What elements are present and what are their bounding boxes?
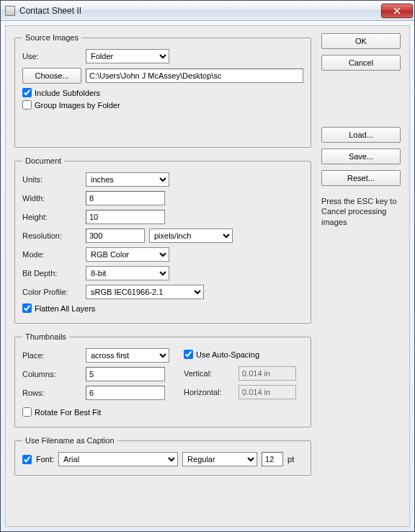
group-by-folder-checkbox[interactable] — [22, 100, 32, 110]
rows-field[interactable] — [86, 386, 165, 400]
units-select[interactable]: inches — [86, 172, 169, 187]
app-icon — [5, 6, 15, 16]
include-subfolders-label: Include Subfolders — [35, 89, 100, 97]
height-field[interactable] — [86, 210, 165, 224]
right-column: OK Cancel Load... Save... Reset... Press… — [321, 33, 401, 518]
units-label: Units: — [22, 175, 81, 184]
save-button[interactable]: Save... — [321, 148, 401, 164]
horizontal-field — [238, 385, 296, 399]
colorprofile-select[interactable]: sRGB IEC61966-2.1 — [86, 285, 204, 299]
rows-label: Rows: — [22, 389, 81, 397]
dialog-window: Contact Sheet II Source Images Use: Fold… — [0, 0, 415, 532]
font-select[interactable]: Arial — [58, 452, 178, 466]
reset-button[interactable]: Reset... — [321, 170, 401, 186]
caption-group: Use Filename as Caption Font: Arial Regu… — [14, 436, 311, 476]
document-legend: Document — [22, 156, 64, 165]
bitdepth-label: Bit Depth: — [22, 269, 81, 278]
columns-label: Columns: — [22, 370, 81, 378]
vertical-field — [238, 366, 296, 381]
include-subfolders-checkbox[interactable] — [22, 88, 32, 97]
auto-spacing-checkbox[interactable] — [184, 350, 193, 359]
height-label: Height: — [22, 213, 81, 221]
horizontal-label: Horizontal: — [184, 388, 234, 396]
ok-button[interactable]: OK — [321, 33, 401, 49]
titlebar: Contact Sheet II — [1, 1, 414, 21]
caption-legend: Use Filename as Caption — [22, 436, 117, 445]
window-title: Contact Sheet II — [19, 6, 81, 16]
document-group: Document Units: inches Width: Height: Re… — [14, 156, 311, 324]
resolution-field[interactable] — [86, 229, 145, 243]
source-images-group: Source Images Use: Folder Choose... Incl… — [14, 33, 311, 148]
cancel-button[interactable]: Cancel — [321, 55, 401, 71]
load-button[interactable]: Load... — [321, 127, 401, 143]
colorprofile-label: Color Profile: — [22, 288, 81, 296]
bitdepth-select[interactable]: 8-bit — [86, 266, 169, 280]
caption-enable-checkbox[interactable] — [22, 455, 32, 464]
group-by-folder-label: Group Images by Folder — [35, 101, 120, 110]
font-size-field[interactable] — [262, 452, 283, 466]
path-field[interactable] — [86, 68, 303, 83]
close-button[interactable] — [381, 4, 413, 18]
esc-hint: Press the ESC key to Cancel processing i… — [321, 196, 401, 227]
mode-label: Mode: — [22, 250, 81, 259]
close-icon — [393, 7, 401, 14]
font-label: Font: — [36, 455, 54, 464]
flatten-label: Flatten All Layers — [35, 304, 95, 313]
mode-select[interactable]: RGB Color — [86, 247, 169, 262]
source-legend: Source Images — [22, 33, 81, 42]
choose-button[interactable]: Choose... — [22, 68, 81, 84]
font-size-unit: pt — [287, 455, 294, 464]
place-label: Place: — [22, 351, 81, 360]
use-label: Use: — [22, 52, 81, 61]
auto-spacing-label: Use Auto-Spacing — [196, 350, 259, 359]
rotate-checkbox[interactable] — [22, 407, 32, 417]
thumbnails-group: Thumbnails Place: across first Columns: … — [14, 332, 311, 427]
place-select[interactable]: across first — [86, 348, 169, 363]
thumbnails-legend: Thumbnails — [22, 332, 69, 341]
columns-field[interactable] — [86, 367, 165, 381]
font-style-select[interactable]: Regular — [182, 452, 257, 466]
width-label: Width: — [22, 194, 81, 203]
client-area: Source Images Use: Folder Choose... Incl… — [5, 25, 410, 527]
left-column: Source Images Use: Folder Choose... Incl… — [14, 33, 311, 518]
rotate-label: Rotate For Best Fit — [35, 408, 101, 417]
width-field[interactable] — [86, 191, 165, 205]
use-select[interactable]: Folder — [86, 49, 169, 63]
flatten-checkbox[interactable] — [22, 303, 32, 313]
resolution-unit-select[interactable]: pixels/inch — [149, 229, 233, 243]
resolution-label: Resolution: — [22, 231, 81, 240]
vertical-label: Vertical: — [184, 369, 234, 378]
